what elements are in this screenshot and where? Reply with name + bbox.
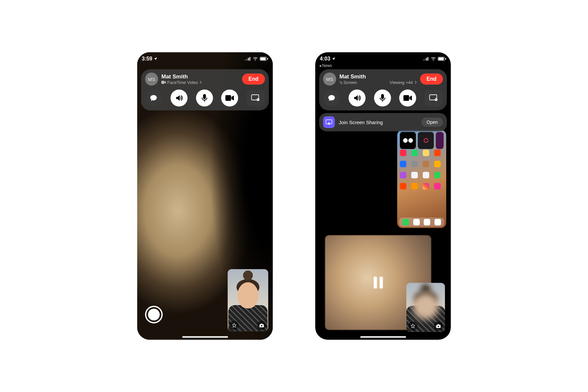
svg-rect-18	[426, 58, 427, 60]
app-icon	[411, 161, 418, 167]
app-icon	[411, 172, 418, 178]
app-icon	[423, 161, 429, 167]
svg-rect-17	[425, 59, 426, 60]
caller-name: Mat Smith	[161, 74, 239, 80]
messages-button[interactable]	[145, 90, 162, 106]
svg-point-35	[438, 326, 439, 327]
effects-button[interactable]	[230, 321, 239, 330]
caller-name: Mat Smith	[339, 74, 417, 80]
video-icon	[161, 81, 166, 84]
call-subtitle[interactable]: FaceTime Video	[161, 80, 239, 85]
camera-toggle-button[interactable]	[221, 90, 238, 106]
svg-point-32	[329, 123, 329, 123]
location-icon	[154, 57, 157, 61]
call-subtitle[interactable]: 's Screen Viewing +44	[339, 80, 417, 85]
screen-share-prompt: Join Screen Sharing Open	[319, 113, 447, 131]
svg-rect-2	[248, 58, 249, 60]
svg-point-15	[261, 325, 262, 326]
open-screen-share-button[interactable]: Open	[421, 118, 443, 127]
home-indicator[interactable]	[360, 336, 406, 338]
svg-rect-24	[381, 94, 384, 99]
svg-point-34	[408, 138, 413, 143]
end-call-button[interactable]: End	[242, 74, 265, 85]
svg-rect-9	[203, 94, 206, 99]
clock-widget-icon	[400, 132, 416, 149]
app-icon	[411, 183, 418, 189]
shared-screen-preview[interactable]	[397, 130, 446, 228]
flip-camera-button[interactable]	[434, 321, 443, 331]
svg-point-4	[255, 60, 256, 61]
chevron-right-icon	[199, 81, 202, 84]
phone-right: 4:03 ◂ News MS Mat Smith 's Screen	[315, 52, 451, 340]
effects-button[interactable]	[408, 321, 417, 331]
call-banner: MS Mat Smith 's Screen Viewing +44 End	[319, 69, 447, 110]
shutter-button[interactable]	[145, 306, 163, 323]
status-bar: 3:59	[137, 54, 273, 63]
svg-point-20	[433, 60, 434, 61]
app-icon	[400, 150, 406, 156]
caller-avatar[interactable]: MS	[323, 73, 336, 86]
phone-left: 3:59 MS Mat Smith	[137, 52, 273, 340]
dock-maps-icon	[413, 219, 420, 225]
location-icon	[332, 57, 335, 61]
app-icon	[400, 172, 406, 178]
svg-rect-11	[225, 95, 231, 101]
battery-icon	[260, 57, 268, 61]
app-icon	[434, 172, 441, 178]
pause-icon	[374, 277, 383, 288]
shareplay-button[interactable]	[247, 90, 265, 106]
svg-rect-23	[445, 58, 446, 60]
app-icon	[400, 183, 406, 189]
speaker-button[interactable]	[349, 90, 366, 106]
svg-rect-8	[161, 81, 164, 84]
app-icon	[434, 161, 441, 167]
back-to-app[interactable]: ◂ News	[319, 63, 332, 68]
mute-button[interactable]	[196, 90, 213, 106]
self-view-pip[interactable]	[228, 269, 268, 331]
status-time: 4:03	[320, 56, 335, 62]
status-bar: 4:03	[315, 54, 451, 63]
cellular-icon	[423, 57, 429, 61]
svg-rect-16	[423, 59, 424, 61]
dock-gmail-icon	[434, 219, 441, 225]
shareplay-button[interactable]	[425, 90, 443, 106]
self-view-pip[interactable]	[406, 283, 445, 332]
wifi-icon	[253, 57, 258, 61]
svg-point-29	[436, 99, 437, 100]
svg-rect-19	[428, 57, 429, 61]
app-icon	[400, 161, 406, 167]
end-call-button[interactable]: End	[420, 74, 443, 85]
svg-rect-0	[245, 59, 246, 61]
app-icon	[423, 172, 429, 178]
svg-rect-22	[438, 57, 444, 60]
app-icon	[423, 183, 429, 189]
flip-camera-button[interactable]	[257, 321, 266, 330]
status-time: 3:59	[142, 56, 157, 62]
camera-toggle-button[interactable]	[399, 90, 416, 106]
fitness-widget-icon	[418, 132, 434, 149]
svg-rect-7	[267, 58, 268, 60]
cellular-icon	[245, 57, 251, 61]
app-icon	[423, 150, 429, 156]
speaker-button[interactable]	[171, 90, 188, 106]
app-icon	[434, 150, 441, 156]
call-banner: MS Mat Smith FaceTime Video End	[141, 69, 269, 110]
app-icon	[411, 150, 418, 156]
svg-rect-26	[403, 95, 409, 101]
battery-icon	[438, 57, 446, 61]
svg-rect-3	[250, 57, 251, 61]
app-icon	[436, 132, 444, 149]
messages-button[interactable]	[323, 90, 340, 106]
dock-phone-icon	[402, 219, 409, 225]
chevron-right-icon	[414, 81, 417, 84]
svg-point-14	[258, 99, 259, 100]
home-indicator[interactable]	[182, 336, 228, 338]
mute-button[interactable]	[374, 90, 391, 106]
svg-rect-1	[247, 59, 248, 60]
caller-avatar[interactable]: MS	[145, 73, 158, 86]
screen-share-text: Join Screen Sharing	[339, 120, 417, 125]
svg-point-33	[403, 138, 408, 143]
screen-share-icon	[323, 116, 335, 128]
wifi-icon	[431, 57, 436, 61]
dock-chrome-icon	[424, 219, 430, 225]
